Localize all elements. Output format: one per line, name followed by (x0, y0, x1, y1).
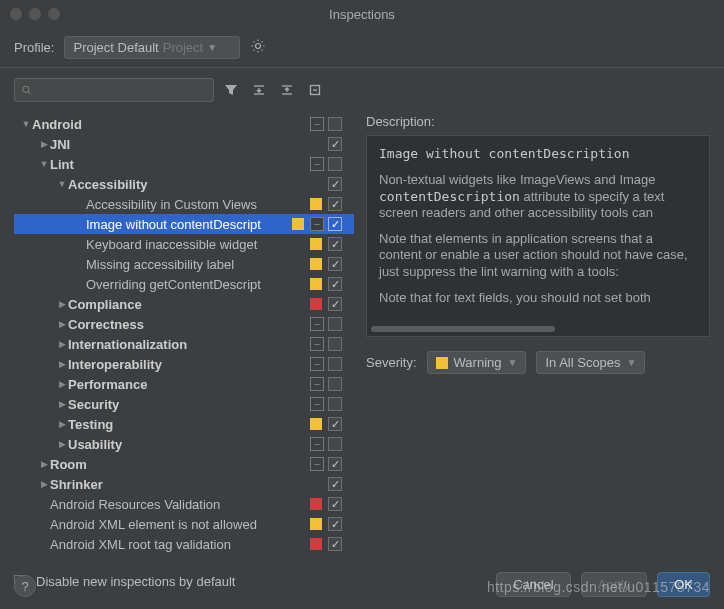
tree-row[interactable]: ▼Accessibility✓ (14, 174, 354, 194)
reset-indicator-icon[interactable]: − (310, 437, 324, 451)
checkbox[interactable]: ✓ (328, 217, 342, 231)
horizontal-scrollbar[interactable] (371, 326, 705, 332)
severity-indicator-icon (310, 498, 322, 510)
chevron-right-icon[interactable]: ▶ (56, 439, 68, 449)
checkbox[interactable]: ✓ (328, 297, 342, 311)
tree-row[interactable]: Keyboard inaccessible widget✓ (14, 234, 354, 254)
checkbox[interactable] (328, 397, 342, 411)
chevron-right-icon[interactable]: ▶ (56, 319, 68, 329)
tree-label: Keyboard inaccessible widget (86, 237, 310, 252)
checkbox[interactable]: ✓ (328, 417, 342, 431)
gear-icon[interactable] (250, 38, 266, 57)
reset-indicator-icon[interactable]: − (310, 157, 324, 171)
checkbox[interactable]: ✓ (328, 277, 342, 291)
checkbox[interactable] (328, 337, 342, 351)
severity-select[interactable]: Warning ▼ (427, 351, 527, 374)
chevron-right-icon[interactable]: ▶ (38, 479, 50, 489)
checkbox[interactable]: ✓ (328, 457, 342, 471)
chevron-right-icon[interactable]: ▶ (56, 339, 68, 349)
help-button[interactable]: ? (14, 575, 36, 597)
checkbox[interactable] (328, 157, 342, 171)
checkbox[interactable] (328, 437, 342, 451)
checkbox[interactable]: ✓ (328, 237, 342, 251)
checkbox[interactable] (328, 377, 342, 391)
tree-row[interactable]: ▼Android− (14, 114, 354, 134)
reset-icon[interactable] (304, 79, 326, 101)
tree-label: Interoperability (68, 357, 310, 372)
reset-indicator-icon[interactable]: − (310, 397, 324, 411)
tree-label: JNI (50, 137, 328, 152)
checkbox[interactable]: ✓ (328, 477, 342, 491)
tree-row[interactable]: ▶Testing✓ (14, 414, 354, 434)
description-p2: Note that elements in application screen… (379, 231, 697, 280)
checkbox[interactable]: ✓ (328, 177, 342, 191)
checkbox[interactable]: ✓ (328, 137, 342, 151)
checkbox[interactable]: ✓ (328, 257, 342, 271)
tree-row[interactable]: ▶Room−✓ (14, 454, 354, 474)
chevron-down-icon[interactable]: ▼ (20, 119, 32, 129)
svg-point-0 (23, 86, 29, 92)
checkbox[interactable]: ✓ (328, 517, 342, 531)
separator (0, 67, 724, 68)
checkbox[interactable]: ✓ (328, 537, 342, 551)
search-input[interactable] (14, 78, 214, 102)
cancel-button[interactable]: Cancel (496, 572, 570, 597)
scope-select[interactable]: In All Scopes ▼ (536, 351, 645, 374)
tree-row[interactable]: Android XML element is not allowed✓ (14, 514, 354, 534)
chevron-down-icon[interactable]: ▼ (56, 179, 68, 189)
tree-label: Performance (68, 377, 310, 392)
tree-row[interactable]: Missing accessibility label✓ (14, 254, 354, 274)
reset-indicator-icon[interactable]: − (310, 317, 324, 331)
tree-row[interactable]: ▶Correctness− (14, 314, 354, 334)
tree-row[interactable]: ▼Lint− (14, 154, 354, 174)
reset-indicator-icon[interactable]: − (310, 337, 324, 351)
reset-indicator-icon[interactable]: − (310, 357, 324, 371)
tree-row[interactable]: Image without contentDescript−✓ (14, 214, 354, 234)
checkbox[interactable] (328, 357, 342, 371)
tree-row[interactable]: ▶Usability− (14, 434, 354, 454)
chevron-right-icon[interactable]: ▶ (38, 139, 50, 149)
reset-indicator-icon[interactable]: − (310, 117, 324, 131)
ok-button[interactable]: OK (657, 572, 710, 597)
tree-row[interactable]: ▶JNI✓ (14, 134, 354, 154)
tree-row[interactable]: ▶Internationalization− (14, 334, 354, 354)
reset-indicator-icon[interactable]: − (310, 457, 324, 471)
tree-row[interactable]: ▶Interoperability− (14, 354, 354, 374)
apply-button[interactable]: Apply (581, 572, 648, 597)
chevron-right-icon[interactable]: ▶ (38, 459, 50, 469)
tree-row[interactable]: Android XML root tag validation✓ (14, 534, 354, 554)
tree-label: Image without contentDescript (86, 217, 292, 232)
profile-select[interactable]: Project Default Project ▼ (64, 36, 240, 59)
tree-row[interactable]: ▶Compliance✓ (14, 294, 354, 314)
tree-label: Internationalization (68, 337, 310, 352)
tree-row[interactable]: Accessibility in Custom Views✓ (14, 194, 354, 214)
chevron-right-icon[interactable]: ▶ (56, 359, 68, 369)
chevron-right-icon[interactable]: ▶ (56, 419, 68, 429)
checkbox[interactable]: ✓ (328, 197, 342, 211)
tree-row[interactable]: Android Resources Validation✓ (14, 494, 354, 514)
filter-icon[interactable] (220, 79, 242, 101)
checkbox[interactable] (328, 117, 342, 131)
chevron-down-icon[interactable]: ▼ (38, 159, 50, 169)
expand-icon[interactable] (248, 79, 270, 101)
collapse-icon[interactable] (276, 79, 298, 101)
chevron-right-icon[interactable]: ▶ (56, 299, 68, 309)
checkbox[interactable]: ✓ (328, 497, 342, 511)
chevron-down-icon: ▼ (508, 357, 518, 368)
severity-row: Severity: Warning ▼ In All Scopes ▼ (366, 351, 710, 374)
tree-row[interactable]: Overriding getContentDescript✓ (14, 274, 354, 294)
severity-indicator-icon (310, 298, 322, 310)
tree-label: Lint (50, 157, 310, 172)
inspection-tree[interactable]: ▼Android−▶JNI✓▼Lint−▼Accessibility✓Acces… (14, 114, 354, 566)
tree-row[interactable]: ▶Performance− (14, 374, 354, 394)
reset-indicator-icon[interactable]: − (310, 377, 324, 391)
checkbox[interactable] (328, 317, 342, 331)
tree-label: Android Resources Validation (50, 497, 310, 512)
tree-row[interactable]: ▶Security− (14, 394, 354, 414)
tree-row[interactable]: ▶Shrinker✓ (14, 474, 354, 494)
reset-indicator-icon[interactable]: − (310, 217, 324, 231)
chevron-right-icon[interactable]: ▶ (56, 399, 68, 409)
tree-label: Security (68, 397, 310, 412)
chevron-right-icon[interactable]: ▶ (56, 379, 68, 389)
search-field[interactable] (36, 83, 207, 97)
